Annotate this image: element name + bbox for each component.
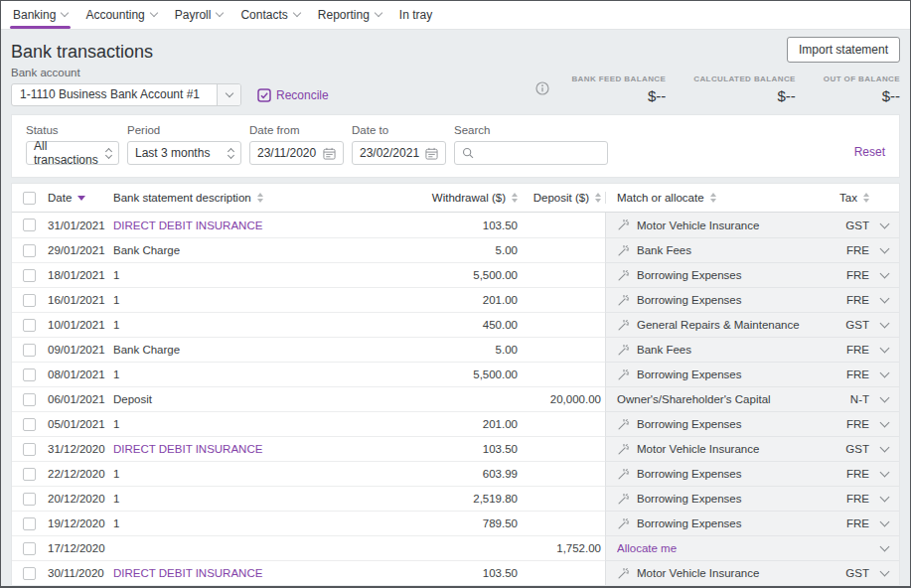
allocation-value[interactable]: Motor Vehicle Insurance [637,443,832,455]
bank-account-select[interactable]: 1-1110 Business Bank Account #1 [11,83,241,106]
expand-chevron-icon[interactable] [869,223,899,227]
expand-chevron-icon[interactable] [869,273,899,277]
expand-chevron-icon[interactable] [869,248,899,252]
nav-item-contacts[interactable]: Contacts [231,1,308,29]
allocation-value[interactable]: Bank Fees [637,244,832,256]
allocation-value[interactable]: Bank Fees [637,344,832,356]
tax-column-header[interactable]: Tax [839,192,869,204]
expand-chevron-icon[interactable] [869,397,899,401]
nav-item-payroll[interactable]: Payroll [166,1,232,29]
transaction-description[interactable]: DIRECT DEBIT INSURANCE [113,560,412,585]
balance-value: $-- [571,87,666,104]
deposit-column-header[interactable]: Deposit ($) [522,192,605,204]
deposit-amount: 20,000.00 [522,386,605,411]
allocation-value[interactable]: Borrowing Expenses [637,294,832,306]
withdrawal-column-header[interactable]: Withdrawal ($) [412,192,522,204]
checkbox-cell [12,312,48,337]
row-checkbox[interactable] [23,517,36,530]
search-icon [462,147,474,159]
withdrawal-amount: 5,500.00 [412,262,522,287]
nav-item-accounting[interactable]: Accounting [76,1,165,29]
calendar-icon[interactable] [323,147,336,160]
allocation-value[interactable]: Borrowing Expenses [637,269,832,281]
match-column-header[interactable]: Match or allocate Tax [605,192,899,204]
expand-chevron-icon[interactable] [869,571,899,575]
transaction-date: 08/01/2021 [48,362,113,386]
row-checkbox[interactable] [23,567,36,580]
expand-chevron-icon[interactable] [869,521,899,525]
reconcile-link[interactable]: Reconcile [257,88,329,102]
deposit-amount: 1,752.00 [522,535,605,560]
expand-chevron-icon[interactable] [869,422,899,426]
row-checkbox[interactable] [23,368,36,381]
row-checkbox[interactable] [23,344,36,357]
row-checkbox[interactable] [23,294,36,307]
expand-chevron-icon[interactable] [869,323,899,327]
transaction-description: 1 [113,262,412,287]
select-spinner-icon [100,149,111,158]
transaction-description: 1 [113,511,412,535]
chevron-down-icon [879,219,889,228]
row-checkbox[interactable] [23,319,36,332]
description-column-header[interactable]: Bank statement description [113,192,412,204]
info-icon[interactable] [535,81,549,95]
row-checkbox[interactable] [23,269,36,282]
wand-icon [617,244,630,257]
transaction-description[interactable]: DIRECT DEBIT INSURANCE [113,213,412,237]
expand-chevron-icon[interactable] [869,372,899,376]
select-all-checkbox[interactable] [23,192,36,205]
allocation-value[interactable]: Motor Vehicle Insurance [637,220,832,231]
calendar-icon[interactable] [425,147,438,160]
select-spinner-icon [223,149,233,158]
expand-chevron-icon[interactable] [869,472,899,476]
allocation-value[interactable]: Borrowing Expenses [637,493,832,505]
expand-chevron-icon[interactable] [869,298,899,302]
deposit-amount [522,312,605,337]
match-or-allocate-cell: Motor Vehicle InsuranceGST [605,213,899,237]
expand-chevron-icon[interactable] [869,497,899,501]
row-checkbox[interactable] [23,418,36,431]
transaction-description: 1 [113,486,412,511]
allocation-value[interactable]: Borrowing Expenses [637,368,832,380]
row-checkbox[interactable] [23,468,36,481]
table-row: 09/01/2021Bank Charge5.00 Bank FeesFRE [12,337,899,362]
expand-chevron-icon[interactable] [869,546,899,550]
period-select[interactable]: Last 3 months [127,141,241,165]
row-checkbox[interactable] [23,542,36,555]
nav-item-banking[interactable]: Banking [4,1,76,29]
table-header-row: Date Bank statement description Withdraw… [12,184,899,213]
import-statement-button[interactable]: Import statement [787,37,900,63]
allocation-value[interactable]: Borrowing Expenses [637,418,832,430]
tax-code: FRE [832,468,869,480]
chevron-down-icon [879,344,889,354]
date-from-input[interactable] [257,146,323,160]
row-checkbox[interactable] [23,443,36,456]
row-checkbox[interactable] [23,393,36,406]
allocation-value[interactable]: Owner's/Shareholder's Capital [617,393,832,405]
allocation-value[interactable]: Borrowing Expenses [637,517,832,529]
reconcile-icon [257,88,271,102]
wand-icon [617,493,630,506]
transaction-description[interactable]: DIRECT DEBIT INSURANCE [113,436,412,461]
allocation-value[interactable]: Motor Vehicle Insurance [637,567,832,579]
date-to-input[interactable] [360,146,425,160]
expand-chevron-icon[interactable] [869,447,899,451]
nav-item-reporting[interactable]: Reporting [309,1,390,29]
status-select[interactable]: All transactions [26,141,119,165]
expand-chevron-icon[interactable] [869,348,899,352]
withdrawal-amount: 603.99 [412,461,522,486]
row-checkbox[interactable] [23,493,36,506]
chevron-down-icon [293,9,301,17]
chevron-down-icon [879,443,889,453]
allocation-value[interactable]: Allocate me [617,542,832,554]
reset-link[interactable]: Reset [854,145,885,159]
allocation-value[interactable]: Borrowing Expenses [637,468,832,480]
row-checkbox[interactable] [23,219,36,231]
search-input[interactable] [480,146,600,160]
date-column-header[interactable]: Date [48,192,113,204]
row-checkbox[interactable] [23,244,36,257]
bank-account-select-button[interactable] [217,84,240,105]
withdrawal-amount: 5.00 [412,237,522,262]
allocation-value[interactable]: General Repairs & Maintenance [637,319,832,331]
nav-item-in-tray[interactable]: In tray [390,1,441,29]
